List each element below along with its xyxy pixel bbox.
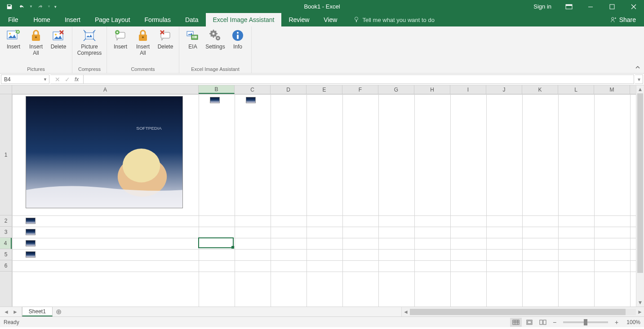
minimize-button[interactable] [580, 0, 601, 13]
row-header[interactable]: 2 [0, 215, 12, 227]
tab-page-layout[interactable]: Page Layout [88, 13, 138, 26]
column-header[interactable]: D [271, 85, 306, 94]
page-layout-view-button[interactable] [524, 318, 535, 327]
embedded-picture-thumb[interactable] [26, 218, 36, 224]
tab-excel-image-assistant[interactable]: Excel Image Assistant [206, 13, 282, 26]
horizontal-scrollbar[interactable]: ◄ ► [401, 307, 644, 316]
embedded-picture-thumb[interactable] [26, 229, 36, 235]
pictures-insert-all-button[interactable]: Insert All [25, 27, 47, 57]
column-header[interactable]: C [235, 85, 271, 94]
embedded-picture-thumb[interactable] [26, 251, 36, 258]
column-header[interactable]: E [306, 85, 342, 94]
vertical-scrollbar[interactable]: ▲ ▼ [636, 85, 644, 307]
embedded-picture[interactable]: SOFTPEDIA [26, 96, 183, 208]
lock-icon [29, 28, 43, 43]
scroll-left-button[interactable]: ◄ [402, 307, 410, 316]
pictures-delete-button[interactable]: Delete [48, 27, 69, 50]
embedded-picture-thumb[interactable] [210, 97, 220, 103]
row-headers: 123456 [0, 94, 12, 307]
svg-rect-19 [161, 32, 170, 38]
ribbon-display-options[interactable] [559, 0, 579, 13]
info-button[interactable]: Info [227, 27, 249, 50]
maximize-button[interactable] [602, 0, 622, 13]
sheet-nav: ◄ ► [0, 307, 22, 316]
redo-dropdown[interactable]: ▼ [47, 1, 51, 12]
tab-home[interactable]: Home [27, 13, 58, 26]
undo-button[interactable] [16, 1, 28, 12]
pictures-insert-button[interactable]: Insert [3, 27, 24, 50]
ribbon-tabs: File Home Insert Page Layout Formulas Da… [0, 13, 644, 26]
scroll-up-button[interactable]: ▲ [636, 85, 644, 93]
zoom-slider[interactable] [563, 321, 608, 323]
ribbon-group-compress: Picture Compress Compress [72, 26, 107, 73]
ribbon-group-label: Compress [78, 66, 101, 73]
normal-view-button[interactable] [510, 318, 522, 327]
insert-function-button[interactable]: fx [75, 76, 79, 83]
settings-button[interactable]: Settings [204, 27, 226, 50]
zoom-in-button[interactable]: + [613, 319, 621, 326]
expand-formula-bar-button[interactable]: ▾ [635, 75, 643, 84]
cancel-formula-button[interactable]: ✕ [55, 76, 60, 83]
enter-formula-button[interactable]: ✓ [65, 76, 70, 83]
ribbon-group-label: Excel Image Assistant [191, 66, 240, 73]
tell-me-search[interactable]: Tell me what you want to do [344, 13, 434, 26]
tab-file[interactable]: File [0, 13, 27, 26]
comment-insert-icon [113, 28, 128, 43]
save-button[interactable] [4, 1, 15, 12]
qat-customize[interactable]: ▾ [52, 1, 58, 12]
tab-review[interactable]: Review [281, 13, 316, 26]
row-header[interactable]: 1 [0, 94, 12, 215]
row-header[interactable]: 6 [0, 260, 12, 272]
tab-view[interactable]: View [316, 13, 344, 26]
embedded-picture-thumb[interactable] [246, 97, 256, 103]
close-button[interactable] [623, 0, 644, 13]
svg-rect-32 [237, 35, 239, 39]
column-header[interactable]: G [378, 85, 414, 94]
select-all-corner[interactable] [0, 85, 12, 94]
svg-rect-23 [192, 37, 194, 38]
cells-area[interactable]: SOFTPEDIA [12, 94, 636, 307]
column-header[interactable]: K [522, 85, 558, 94]
page-break-view-button[interactable] [537, 318, 549, 327]
column-header[interactable]: A [12, 85, 199, 94]
tab-data[interactable]: Data [178, 13, 206, 26]
column-header[interactable]: F [342, 85, 378, 94]
add-sheet-button[interactable]: ⊕ [53, 307, 65, 316]
picture-compress-button[interactable]: Picture Compress [75, 27, 104, 57]
column-header[interactable]: I [450, 85, 486, 94]
svg-rect-25 [194, 37, 197, 38]
eia-button[interactable]: EIA [182, 27, 204, 50]
scroll-thumb[interactable] [637, 93, 643, 273]
column-header[interactable]: B [199, 85, 235, 94]
row-header[interactable]: 5 [0, 249, 12, 260]
ribbon-group-eia: EIA Settings Info Excel Image Assistant [179, 26, 252, 73]
scroll-thumb[interactable] [410, 309, 626, 315]
redo-button[interactable] [34, 1, 46, 12]
row-header[interactable]: 4 [0, 238, 12, 249]
share-button[interactable]: Share [607, 16, 640, 23]
comments-insert-all-button[interactable]: Insert All [132, 27, 154, 57]
collapse-ribbon-button[interactable] [635, 65, 640, 71]
column-header[interactable]: H [414, 85, 450, 94]
column-header[interactable]: L [558, 85, 594, 94]
svg-rect-2 [588, 7, 593, 7]
signin-button[interactable]: Sign in [527, 0, 558, 13]
embedded-picture-thumb[interactable] [26, 240, 36, 246]
comments-delete-button[interactable]: Delete [155, 27, 176, 50]
scroll-down-button[interactable]: ▼ [636, 298, 644, 307]
undo-dropdown[interactable]: ▼ [29, 1, 33, 12]
zoom-level[interactable]: 100% [622, 319, 640, 325]
tab-insert[interactable]: Insert [58, 13, 88, 26]
column-header[interactable]: J [486, 85, 522, 94]
name-box[interactable]: B4 ▼ [1, 75, 49, 84]
scroll-right-button[interactable]: ► [636, 307, 644, 316]
sheet-next-button[interactable]: ► [13, 309, 18, 315]
sheet-prev-button[interactable]: ◄ [4, 309, 9, 315]
formula-input[interactable] [84, 75, 634, 84]
column-header[interactable]: M [594, 85, 630, 94]
tab-formulas[interactable]: Formulas [138, 13, 178, 26]
row-header[interactable]: 3 [0, 227, 12, 238]
comments-insert-button[interactable]: Insert [110, 27, 131, 50]
zoom-out-button[interactable]: − [551, 319, 559, 326]
sheet-tab[interactable]: Sheet1 [22, 307, 53, 316]
